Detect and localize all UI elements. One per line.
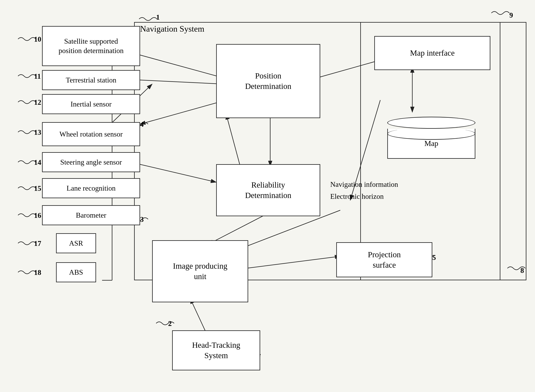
- terrestrial-label: Terrestrial station: [66, 75, 116, 85]
- reliability-determination-label: ReliabilityDetermination: [245, 180, 291, 201]
- lane-recognition-label: Lane recognition: [67, 184, 116, 193]
- diagram-container: 1 9 8 10 11 12 13 14 15 16 17 18 4 3 2 5…: [0, 0, 535, 392]
- wheel-rotation-box: Wheel rotation sensor: [42, 122, 140, 146]
- number-2: 2: [168, 319, 172, 328]
- map-label: Map: [424, 139, 438, 148]
- image-producing-label: Image producingunit: [173, 261, 227, 282]
- wheel-rotation-label: Wheel rotation sensor: [60, 130, 123, 139]
- abs-label: ABS: [69, 268, 83, 277]
- number-14: 14: [34, 158, 41, 167]
- satellite-label: Satellite supportedposition determinatio…: [59, 37, 124, 56]
- number-10: 10: [34, 35, 41, 43]
- number-13: 13: [34, 128, 41, 136]
- position-determination-label: PositionDetermination: [245, 71, 291, 92]
- map-cylinder: Map: [386, 104, 476, 152]
- number-17: 17: [34, 239, 41, 248]
- head-tracking-box: Head-TrackingSystem: [172, 330, 260, 370]
- number-1: 1: [156, 13, 160, 21]
- barometer-label: Barometer: [76, 211, 106, 220]
- steering-angle-box: Steering angle sensor: [42, 152, 140, 172]
- navigation-system-label: Navigation System: [140, 24, 204, 34]
- image-producing-unit-box: Image producingunit: [152, 240, 248, 302]
- map-interface-label: Map interface: [410, 48, 455, 58]
- asr-box: ASR: [56, 233, 96, 253]
- navigation-information-label: Navigation information: [330, 180, 398, 189]
- number-16: 16: [34, 211, 41, 220]
- number-15: 15: [34, 184, 41, 193]
- lane-recognition-box: Lane recognition: [42, 178, 140, 198]
- reliability-determination-box: ReliabilityDetermination: [216, 164, 320, 216]
- inertial-label: Inertial sensor: [71, 99, 112, 109]
- projection-surface-box: Projectionsurface: [336, 242, 432, 277]
- electronic-horizon-label: Electronic horizon: [330, 192, 384, 201]
- satellite-box: Satellite supportedposition determinatio…: [42, 26, 140, 66]
- terrestrial-box: Terrestrial station: [42, 70, 140, 90]
- asr-label: ASR: [69, 239, 83, 248]
- projection-surface-label: Projectionsurface: [368, 249, 401, 270]
- steering-angle-label: Steering angle sensor: [60, 158, 122, 167]
- number-18: 18: [34, 268, 41, 277]
- barometer-box: Barometer: [42, 205, 140, 225]
- map-interface-box: Map interface: [374, 36, 490, 70]
- inertial-box: Inertial sensor: [42, 94, 140, 114]
- number-11: 11: [34, 72, 41, 80]
- head-tracking-label: Head-TrackingSystem: [192, 340, 240, 361]
- cylinder-top: [387, 117, 475, 129]
- number-12: 12: [34, 98, 41, 107]
- number-9: 9: [509, 11, 513, 19]
- abs-box: ABS: [56, 262, 96, 282]
- cylinder-bottom: [387, 128, 475, 140]
- position-determination-box: PositionDetermination: [216, 44, 320, 118]
